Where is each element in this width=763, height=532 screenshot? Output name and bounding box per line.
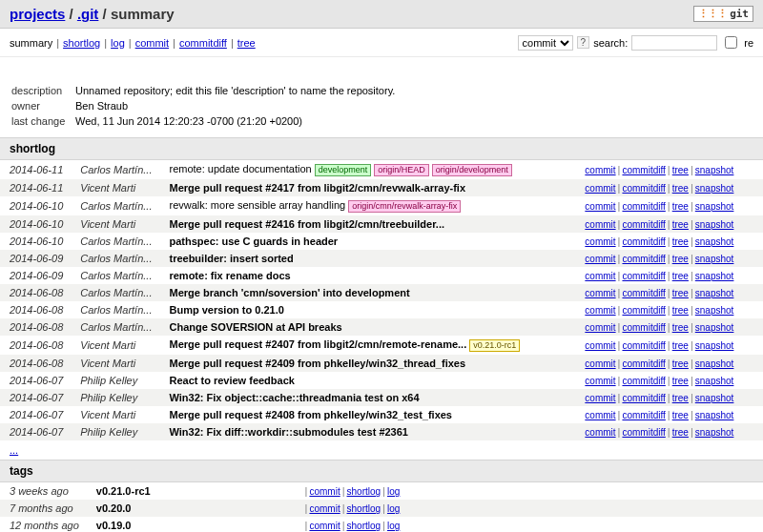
ref-badge[interactable]: origin/cmn/revwalk-array-fix bbox=[348, 200, 461, 213]
action-commitdiff[interactable]: commitdiff bbox=[622, 288, 665, 298]
tag-name[interactable]: v0.19.0 bbox=[87, 517, 158, 532]
action-snapshot[interactable]: snapshot bbox=[695, 358, 734, 369]
action-tree[interactable]: tree bbox=[672, 236, 689, 247]
action-tree[interactable]: tree bbox=[672, 305, 689, 316]
nav-commitdiff[interactable]: commitdiff bbox=[179, 37, 227, 49]
ref-badge[interactable]: origin/HEAD bbox=[374, 164, 429, 176]
commit-message[interactable]: Bump version to 0.21.0 bbox=[159, 301, 575, 318]
commit-message[interactable]: remote: update documentationdevelopmento… bbox=[159, 160, 575, 179]
action-snapshot[interactable]: snapshot bbox=[695, 305, 734, 316]
action-commitdiff[interactable]: commitdiff bbox=[622, 271, 665, 281]
tag-action-log[interactable]: log bbox=[387, 521, 400, 531]
action-snapshot[interactable]: snapshot bbox=[695, 219, 734, 230]
search-type-select[interactable]: commit bbox=[518, 35, 573, 51]
action-snapshot[interactable]: snapshot bbox=[695, 393, 734, 403]
action-snapshot[interactable]: snapshot bbox=[695, 271, 734, 281]
action-commit[interactable]: commit bbox=[585, 376, 615, 386]
nav-commit[interactable]: commit bbox=[135, 37, 169, 49]
action-commitdiff[interactable]: commitdiff bbox=[622, 358, 665, 369]
action-snapshot[interactable]: snapshot bbox=[695, 376, 734, 386]
action-commit[interactable]: commit bbox=[585, 305, 615, 316]
commit-message[interactable]: React to review feedback bbox=[159, 372, 575, 389]
action-commitdiff[interactable]: commitdiff bbox=[622, 236, 665, 247]
nav-log[interactable]: log bbox=[111, 37, 125, 49]
action-commitdiff[interactable]: commitdiff bbox=[622, 165, 665, 175]
action-tree[interactable]: tree bbox=[672, 393, 689, 403]
action-snapshot[interactable]: snapshot bbox=[695, 340, 734, 351]
action-tree[interactable]: tree bbox=[672, 410, 689, 420]
commit-message[interactable]: Merge pull request #2409 from phkelley/w… bbox=[159, 355, 575, 372]
action-tree[interactable]: tree bbox=[672, 165, 689, 175]
action-commit[interactable]: commit bbox=[585, 201, 615, 212]
action-tree[interactable]: tree bbox=[672, 358, 689, 369]
action-commit[interactable]: commit bbox=[585, 165, 615, 175]
nav-tree[interactable]: tree bbox=[237, 37, 256, 49]
action-commit[interactable]: commit bbox=[585, 322, 615, 333]
action-tree[interactable]: tree bbox=[672, 201, 689, 212]
action-tree[interactable]: tree bbox=[672, 322, 689, 333]
action-snapshot[interactable]: snapshot bbox=[695, 201, 734, 212]
tag-action-shortlog[interactable]: shortlog bbox=[347, 486, 382, 497]
shortlog-more[interactable]: ... bbox=[10, 444, 18, 456]
action-commitdiff[interactable]: commitdiff bbox=[622, 183, 665, 194]
action-snapshot[interactable]: snapshot bbox=[695, 427, 734, 438]
commit-message[interactable]: Win32: Fix object::cache::threadmania te… bbox=[159, 389, 575, 406]
search-input[interactable] bbox=[631, 35, 717, 51]
action-snapshot[interactable]: snapshot bbox=[695, 183, 734, 194]
tag-action-commit[interactable]: commit bbox=[309, 521, 340, 531]
action-snapshot[interactable]: snapshot bbox=[695, 288, 734, 298]
tag-name[interactable]: v0.20.0 bbox=[87, 500, 158, 517]
action-commitdiff[interactable]: commitdiff bbox=[622, 410, 665, 420]
tag-action-commit[interactable]: commit bbox=[309, 486, 340, 497]
commit-message[interactable]: Change SOVERSION at API breaks bbox=[159, 318, 575, 336]
action-commitdiff[interactable]: commitdiff bbox=[622, 305, 665, 316]
action-tree[interactable]: tree bbox=[672, 254, 689, 264]
search-re-checkbox[interactable] bbox=[725, 36, 737, 49]
ref-badge[interactable]: v0.21.0-rc1 bbox=[469, 339, 520, 352]
action-commitdiff[interactable]: commitdiff bbox=[622, 254, 665, 264]
git-logo[interactable]: ⋮⋮⋮ git bbox=[693, 6, 753, 22]
action-commit[interactable]: commit bbox=[585, 393, 615, 403]
action-tree[interactable]: tree bbox=[672, 288, 689, 298]
action-tree[interactable]: tree bbox=[672, 427, 689, 438]
action-commit[interactable]: commit bbox=[585, 236, 615, 247]
action-commitdiff[interactable]: commitdiff bbox=[622, 322, 665, 333]
tag-action-log[interactable]: log bbox=[387, 503, 400, 514]
action-commitdiff[interactable]: commitdiff bbox=[622, 427, 665, 438]
action-snapshot[interactable]: snapshot bbox=[695, 322, 734, 333]
action-commitdiff[interactable]: commitdiff bbox=[622, 219, 665, 230]
nav-shortlog[interactable]: shortlog bbox=[63, 37, 100, 49]
action-commit[interactable]: commit bbox=[585, 183, 615, 194]
action-commit[interactable]: commit bbox=[585, 358, 615, 369]
action-commitdiff[interactable]: commitdiff bbox=[622, 340, 665, 351]
commit-message[interactable]: pathspec: use C guards in header bbox=[159, 233, 575, 250]
action-commit[interactable]: commit bbox=[585, 427, 615, 438]
commit-message[interactable]: Merge branch 'cmn/soversion' into develo… bbox=[159, 284, 575, 301]
commit-message[interactable]: Merge pull request #2408 from phkelley/w… bbox=[159, 406, 575, 423]
action-commitdiff[interactable]: commitdiff bbox=[622, 376, 665, 386]
action-snapshot[interactable]: snapshot bbox=[695, 254, 734, 264]
commit-message[interactable]: Merge pull request #2416 from libgit2/cm… bbox=[159, 215, 575, 233]
action-tree[interactable]: tree bbox=[672, 376, 689, 386]
action-snapshot[interactable]: snapshot bbox=[695, 236, 734, 247]
action-tree[interactable]: tree bbox=[672, 219, 689, 230]
tag-action-shortlog[interactable]: shortlog bbox=[347, 521, 382, 531]
commit-message[interactable]: Merge pull request #2407 from libgit2/cm… bbox=[159, 336, 575, 355]
commit-message[interactable]: treebuilder: insert sorted bbox=[159, 250, 575, 267]
commit-message[interactable]: remote: fix rename docs bbox=[159, 267, 575, 284]
ref-badge[interactable]: development bbox=[315, 164, 372, 176]
action-commit[interactable]: commit bbox=[585, 254, 615, 264]
action-commit[interactable]: commit bbox=[585, 288, 615, 298]
commit-message[interactable]: Win32: Fix diff::workdir::submodules tes… bbox=[159, 423, 575, 440]
tag-name[interactable]: v0.21.0-rc1 bbox=[87, 482, 158, 500]
action-snapshot[interactable]: snapshot bbox=[695, 165, 734, 175]
action-commitdiff[interactable]: commitdiff bbox=[622, 201, 665, 212]
action-tree[interactable]: tree bbox=[672, 340, 689, 351]
action-commit[interactable]: commit bbox=[585, 219, 615, 230]
action-tree[interactable]: tree bbox=[672, 271, 689, 281]
action-commit[interactable]: commit bbox=[585, 271, 615, 281]
breadcrumb-repo[interactable]: .git bbox=[77, 6, 99, 22]
tag-action-shortlog[interactable]: shortlog bbox=[347, 503, 382, 514]
search-help-icon[interactable]: ? bbox=[577, 36, 590, 49]
commit-message[interactable]: Merge pull request #2417 from libgit2/cm… bbox=[159, 179, 575, 196]
